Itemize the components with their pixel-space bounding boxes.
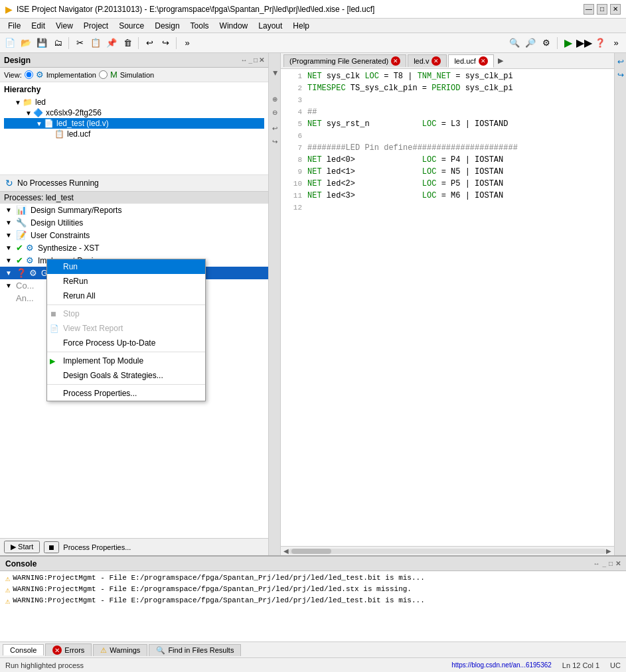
lis-icon3[interactable]: ⊖ — [270, 107, 279, 117]
minimize-panel-icon[interactable]: _ — [248, 56, 252, 64]
menu-window[interactable]: Window — [214, 20, 254, 32]
app-icon: ▶ — [5, 4, 13, 15]
menu-help[interactable]: Help — [287, 20, 315, 32]
ctx-run[interactable]: Run — [47, 259, 205, 274]
menu-design[interactable]: Design — [149, 20, 185, 32]
console-tab-warnings[interactable]: ⚠ Warnings — [93, 644, 147, 656]
h-scrollbar[interactable]: ◀ ▶ — [281, 546, 614, 555]
paste-button[interactable]: 📌 — [104, 36, 119, 50]
console-tab-find[interactable]: 🔍 Find in Files Results — [149, 644, 241, 656]
proc-design-summary[interactable]: ▼ 📊 Design Summary/Reports — [0, 204, 268, 216]
expand-cfg[interactable]: ▼ — [5, 282, 16, 289]
maximize-button[interactable]: □ — [597, 4, 607, 15]
tree-item-led-test[interactable]: ▼ 📄 led_test (led.v) — [4, 118, 264, 129]
console-minimize-icon[interactable]: _ — [602, 560, 606, 567]
menu-edit[interactable]: Edit — [26, 20, 50, 32]
open-button[interactable]: 📂 — [19, 36, 33, 50]
start-button[interactable]: ▶ Start — [4, 541, 40, 553]
undo-button[interactable]: ↩ — [142, 36, 157, 50]
help2-button[interactable]: ❓ — [593, 36, 607, 50]
ctx-design-goals[interactable]: Design Goals & Strategies... — [47, 368, 205, 383]
expand-led[interactable]: ▼ — [15, 99, 23, 106]
new-button[interactable]: 📄 — [3, 36, 17, 50]
stop-bottom-button[interactable]: ⏹ — [44, 541, 59, 553]
an-icon: An... — [16, 293, 34, 303]
lis-icon1[interactable]: ◀ — [269, 69, 291, 78]
expand-ds[interactable]: ▼ — [5, 206, 16, 214]
console-expand-icon[interactable]: ↔ — [593, 560, 599, 567]
proc-user-constraints[interactable]: ▼ 📝 User Constraints — [0, 229, 268, 241]
expand-led-test[interactable]: ▼ — [36, 120, 44, 127]
proc-design-utilities[interactable]: ▼ 🔧 Design Utilities — [0, 216, 268, 229]
menu-source[interactable]: Source — [114, 20, 149, 32]
console-restore-icon[interactable]: □ — [609, 560, 613, 567]
console-close-icon[interactable]: ✕ — [615, 560, 621, 567]
tab-pf-close[interactable]: ✕ — [391, 56, 400, 66]
tab-led-v[interactable]: led.v ✕ — [408, 54, 447, 67]
hscroll-track[interactable] — [289, 549, 606, 554]
tab-ledv-close[interactable]: ✕ — [431, 56, 441, 66]
hscroll-thumb[interactable] — [291, 549, 331, 554]
tree-item-led-ucf[interactable]: 📋 led.ucf — [4, 129, 264, 139]
tab-scroll-right[interactable]: ▶ — [498, 56, 503, 65]
lc9: NET led<1> LOC = N5 | IOSTAN — [307, 167, 611, 176]
proc-synthesize[interactable]: ▼ ✔ ⚙ Synthesize - XST — [0, 241, 268, 254]
ctx-process-props[interactable]: Process Properties... — [47, 386, 205, 401]
menu-file[interactable]: File — [3, 20, 26, 32]
ctx-force-uptodate[interactable]: Force Process Up-to-Date — [47, 336, 205, 350]
code-line-3: 3 — [281, 96, 614, 107]
ctx-rerun[interactable]: ReRun — [47, 274, 205, 289]
ctx-rerun-all[interactable]: Rerun All — [47, 289, 205, 303]
lis-icon5[interactable]: ↪ — [270, 137, 279, 146]
tab-leduf-close[interactable]: ✕ — [479, 56, 488, 66]
save-all-button[interactable]: 🗂 — [50, 36, 65, 50]
minimize-button[interactable]: — — [584, 4, 594, 15]
expand-syn[interactable]: ▼ — [5, 244, 16, 251]
close-button[interactable]: ✕ — [610, 4, 621, 15]
expand-icon[interactable]: ↔ — [240, 56, 247, 64]
nav-back-btn[interactable]: ↩ — [617, 57, 624, 66]
gen-status: ❓ — [16, 268, 27, 278]
scroll-right-btn[interactable]: ▶ — [606, 547, 611, 555]
hierarchy-label: Hierarchy — [4, 85, 264, 94]
tree-item-led[interactable]: ▼ 📁 led — [4, 97, 264, 107]
delete-button[interactable]: 🗑 — [120, 36, 135, 50]
close-panel-icon[interactable]: ✕ — [259, 56, 264, 64]
search-button[interactable]: 🔍 — [507, 36, 522, 50]
menu-layout[interactable]: Layout — [253, 20, 287, 32]
cut-button[interactable]: ✂ — [72, 36, 87, 50]
tree-item-xc6[interactable]: ▼ 🔷 xc6slx9-2ftg256 — [4, 107, 264, 118]
expand-impl[interactable]: ▼ — [5, 257, 16, 264]
implementation-radio[interactable] — [25, 70, 33, 79]
menu-view[interactable]: View — [50, 20, 78, 32]
lc2: TIMESPEC TS_sys_clk_pin = PERIOD sys_clk… — [307, 84, 611, 93]
more-button[interactable]: » — [180, 36, 195, 50]
expand-gen[interactable]: ▼ — [5, 269, 16, 277]
simulation-radio[interactable] — [99, 70, 108, 79]
scroll-left-btn[interactable]: ◀ — [283, 547, 289, 555]
filter-button[interactable]: ⚙ — [539, 36, 554, 50]
editor-flex-wrapper: ◀ ⊕ ⊖ ↩ ↪ (Programming File Generated) ✕ — [269, 53, 626, 555]
console-tab-console[interactable]: Console — [3, 644, 44, 655]
menu-project[interactable]: Project — [78, 20, 114, 32]
lis-icon4[interactable]: ↩ — [270, 123, 279, 133]
expand-xc6[interactable]: ▼ — [25, 109, 33, 117]
restore-panel-icon[interactable]: □ — [254, 56, 258, 64]
redo-button[interactable]: ↪ — [158, 36, 173, 50]
tab-led-ucf[interactable]: led.ucf ✕ — [448, 54, 493, 68]
code-editor[interactable]: 1 NET sys_clk LOC = T8 | TNM_NET = sys_c… — [281, 69, 614, 546]
console-tab-errors[interactable]: ✕ Errors — [45, 643, 92, 656]
tab-programming-file[interactable]: (Programming File Generated) ✕ — [283, 54, 406, 67]
lis-icon2[interactable]: ⊕ — [270, 94, 279, 103]
menu-tools[interactable]: Tools — [185, 20, 214, 32]
save-button[interactable]: 💾 — [35, 36, 49, 50]
ctx-implement-top[interactable]: ▶ Implement Top Module — [47, 354, 205, 368]
expand-uc[interactable]: ▼ — [5, 232, 16, 239]
search2-button[interactable]: 🔎 — [523, 36, 538, 50]
more2-button[interactable]: » — [609, 36, 623, 50]
nav-fwd-btn[interactable]: ↪ — [617, 70, 624, 80]
copy-button[interactable]: 📋 — [88, 36, 103, 50]
run-button[interactable]: ▶ — [561, 36, 576, 50]
expand-du[interactable]: ▼ — [5, 219, 16, 226]
step-button[interactable]: ▶▶ — [577, 36, 591, 50]
